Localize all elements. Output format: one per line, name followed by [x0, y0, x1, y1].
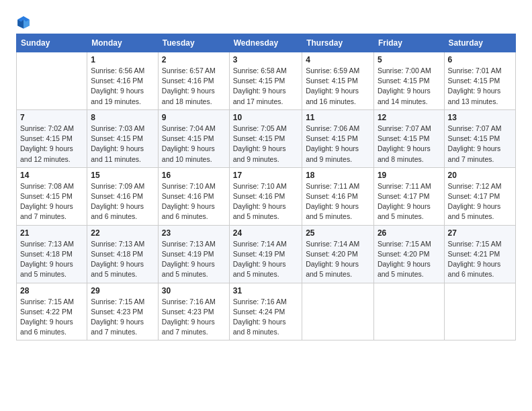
- calendar-cell: 27Sunrise: 7:15 AMSunset: 4:21 PMDayligh…: [444, 225, 515, 283]
- weekday-header-row: SundayMondayTuesdayWednesdayThursdayFrid…: [17, 34, 516, 52]
- day-number: 30: [162, 286, 226, 295]
- calendar-cell: 15Sunrise: 7:09 AMSunset: 4:16 PMDayligh…: [87, 167, 159, 225]
- calendar-cell: 20Sunrise: 7:12 AMSunset: 4:17 PMDayligh…: [444, 167, 515, 225]
- calendar-cell: 26Sunrise: 7:15 AMSunset: 4:20 PMDayligh…: [373, 225, 444, 283]
- day-number: 21: [20, 228, 83, 238]
- weekday-tuesday: Tuesday: [158, 34, 229, 52]
- day-number: 25: [306, 228, 370, 238]
- day-info: Sunrise: 7:13 AMSunset: 4:18 PMDaylight:…: [91, 239, 154, 280]
- day-number: 20: [448, 171, 512, 180]
- calendar-cell: 31Sunrise: 7:16 AMSunset: 4:24 PMDayligh…: [229, 283, 302, 340]
- day-number: 10: [233, 113, 298, 122]
- day-number: 28: [20, 286, 83, 295]
- week-row-3: 14Sunrise: 7:08 AMSunset: 4:15 PMDayligh…: [17, 167, 516, 225]
- day-number: 17: [233, 171, 298, 180]
- calendar-cell: 29Sunrise: 7:15 AMSunset: 4:23 PMDayligh…: [87, 283, 159, 340]
- day-number: 31: [233, 286, 298, 295]
- day-info: Sunrise: 7:13 AMSunset: 4:18 PMDaylight:…: [20, 239, 83, 280]
- day-number: 23: [162, 228, 226, 238]
- day-number: 6: [448, 55, 512, 64]
- day-info: Sunrise: 7:15 AMSunset: 4:22 PMDaylight:…: [20, 297, 83, 338]
- logo-icon: [16, 15, 31, 30]
- day-number: 27: [448, 228, 512, 238]
- day-number: 1: [91, 55, 154, 64]
- day-info: Sunrise: 7:12 AMSunset: 4:17 PMDaylight:…: [448, 181, 512, 222]
- day-info: Sunrise: 7:02 AMSunset: 4:15 PMDaylight:…: [20, 124, 83, 165]
- day-info: Sunrise: 7:14 AMSunset: 4:20 PMDaylight:…: [306, 239, 370, 280]
- calendar-cell: [444, 283, 515, 340]
- day-info: Sunrise: 7:14 AMSunset: 4:19 PMDaylight:…: [233, 239, 298, 280]
- calendar-cell: 17Sunrise: 7:10 AMSunset: 4:16 PMDayligh…: [229, 167, 302, 225]
- week-row-1: 1Sunrise: 6:56 AMSunset: 4:16 PMDaylight…: [17, 52, 516, 110]
- day-number: 29: [91, 286, 154, 295]
- day-number: 4: [306, 55, 370, 64]
- day-number: 16: [162, 171, 226, 180]
- day-info: Sunrise: 7:09 AMSunset: 4:16 PMDaylight:…: [91, 181, 154, 222]
- calendar-cell: 2Sunrise: 6:57 AMSunset: 4:16 PMDaylight…: [158, 52, 229, 110]
- day-info: Sunrise: 7:15 AMSunset: 4:23 PMDaylight:…: [91, 297, 154, 338]
- calendar-cell: 28Sunrise: 7:15 AMSunset: 4:22 PMDayligh…: [17, 283, 87, 340]
- day-info: Sunrise: 7:16 AMSunset: 4:23 PMDaylight:…: [162, 297, 226, 338]
- calendar-cell: 4Sunrise: 6:59 AMSunset: 4:15 PMDaylight…: [302, 52, 374, 110]
- calendar-cell: 3Sunrise: 6:58 AMSunset: 4:15 PMDaylight…: [229, 52, 302, 110]
- day-info: Sunrise: 7:08 AMSunset: 4:15 PMDaylight:…: [20, 181, 83, 222]
- day-number: 13: [448, 113, 512, 122]
- day-number: 14: [20, 171, 83, 180]
- calendar-cell: [17, 52, 87, 110]
- logo: [16, 15, 32, 30]
- calendar-cell: 1Sunrise: 6:56 AMSunset: 4:16 PMDaylight…: [87, 52, 159, 110]
- calendar-cell: 9Sunrise: 7:04 AMSunset: 4:15 PMDaylight…: [158, 109, 229, 167]
- calendar-cell: 11Sunrise: 7:06 AMSunset: 4:15 PMDayligh…: [302, 109, 374, 167]
- page: SundayMondayTuesdayWednesdayThursdayFrid…: [0, 0, 532, 411]
- day-info: Sunrise: 7:00 AMSunset: 4:15 PMDaylight:…: [378, 66, 441, 107]
- day-number: 12: [378, 113, 441, 122]
- day-number: 19: [378, 171, 441, 180]
- calendar-cell: 5Sunrise: 7:00 AMSunset: 4:15 PMDaylight…: [373, 52, 444, 110]
- day-info: Sunrise: 7:16 AMSunset: 4:24 PMDaylight:…: [233, 297, 298, 338]
- day-info: Sunrise: 7:15 AMSunset: 4:21 PMDaylight:…: [448, 239, 512, 280]
- weekday-wednesday: Wednesday: [229, 34, 302, 52]
- day-info: Sunrise: 7:01 AMSunset: 4:15 PMDaylight:…: [448, 66, 512, 107]
- calendar-cell: 8Sunrise: 7:03 AMSunset: 4:15 PMDaylight…: [87, 109, 159, 167]
- calendar-cell: 18Sunrise: 7:11 AMSunset: 4:16 PMDayligh…: [302, 167, 374, 225]
- day-info: Sunrise: 7:10 AMSunset: 4:16 PMDaylight:…: [233, 181, 298, 222]
- calendar-cell: 7Sunrise: 7:02 AMSunset: 4:15 PMDaylight…: [17, 109, 87, 167]
- day-number: 24: [233, 228, 298, 238]
- week-row-2: 7Sunrise: 7:02 AMSunset: 4:15 PMDaylight…: [17, 109, 516, 167]
- weekday-sunday: Sunday: [17, 34, 87, 52]
- day-number: 26: [378, 228, 441, 238]
- day-number: 15: [91, 171, 154, 180]
- day-number: 8: [91, 113, 154, 122]
- calendar: SundayMondayTuesdayWednesdayThursdayFrid…: [16, 34, 516, 340]
- calendar-cell: 19Sunrise: 7:11 AMSunset: 4:17 PMDayligh…: [373, 167, 444, 225]
- day-info: Sunrise: 7:11 AMSunset: 4:16 PMDaylight:…: [306, 181, 370, 222]
- day-number: 9: [162, 113, 226, 122]
- day-number: 22: [91, 228, 154, 238]
- calendar-cell: 16Sunrise: 7:10 AMSunset: 4:16 PMDayligh…: [158, 167, 229, 225]
- day-number: 3: [233, 55, 298, 64]
- day-number: 18: [306, 171, 370, 180]
- calendar-cell: 24Sunrise: 7:14 AMSunset: 4:19 PMDayligh…: [229, 225, 302, 283]
- day-info: Sunrise: 7:06 AMSunset: 4:15 PMDaylight:…: [306, 124, 370, 165]
- day-info: Sunrise: 7:07 AMSunset: 4:15 PMDaylight:…: [378, 124, 441, 165]
- day-info: Sunrise: 6:58 AMSunset: 4:15 PMDaylight:…: [233, 66, 298, 107]
- calendar-cell: 12Sunrise: 7:07 AMSunset: 4:15 PMDayligh…: [373, 109, 444, 167]
- weekday-thursday: Thursday: [302, 34, 374, 52]
- day-info: Sunrise: 6:59 AMSunset: 4:15 PMDaylight:…: [306, 66, 370, 107]
- calendar-cell: 14Sunrise: 7:08 AMSunset: 4:15 PMDayligh…: [17, 167, 87, 225]
- header: [16, 12, 516, 30]
- weekday-friday: Friday: [373, 34, 444, 52]
- weekday-saturday: Saturday: [444, 34, 515, 52]
- calendar-cell: 22Sunrise: 7:13 AMSunset: 4:18 PMDayligh…: [87, 225, 159, 283]
- day-number: 11: [306, 113, 370, 122]
- day-info: Sunrise: 6:56 AMSunset: 4:16 PMDaylight:…: [91, 66, 154, 107]
- day-number: 7: [20, 113, 83, 122]
- calendar-cell: 30Sunrise: 7:16 AMSunset: 4:23 PMDayligh…: [158, 283, 229, 340]
- day-number: 5: [378, 55, 441, 64]
- day-number: 2: [162, 55, 226, 64]
- week-row-5: 28Sunrise: 7:15 AMSunset: 4:22 PMDayligh…: [17, 283, 516, 340]
- day-info: Sunrise: 7:05 AMSunset: 4:15 PMDaylight:…: [233, 124, 298, 165]
- calendar-cell: 25Sunrise: 7:14 AMSunset: 4:20 PMDayligh…: [302, 225, 374, 283]
- calendar-cell: 23Sunrise: 7:13 AMSunset: 4:19 PMDayligh…: [158, 225, 229, 283]
- weekday-monday: Monday: [87, 34, 159, 52]
